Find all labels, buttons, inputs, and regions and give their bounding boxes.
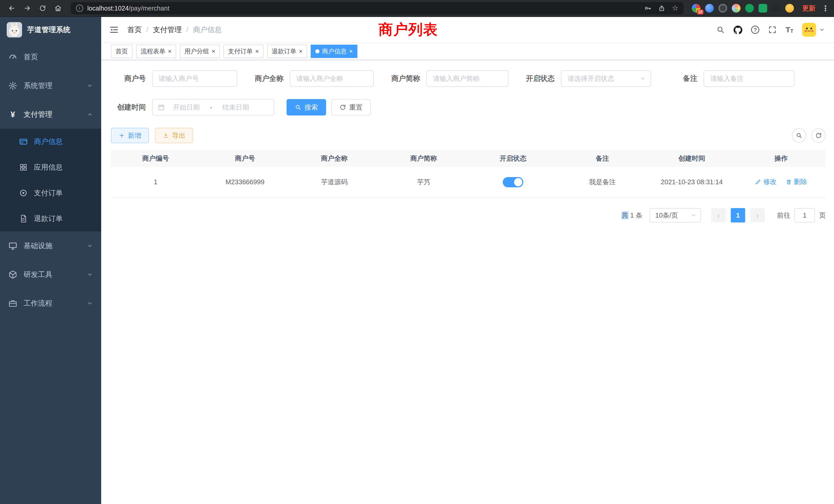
- close-icon[interactable]: ×: [212, 48, 215, 54]
- extension-icon[interactable]: [719, 4, 727, 13]
- create-time-range-picker[interactable]: 开始日期 - 结束日期: [152, 99, 274, 115]
- breadcrumb: 首页 / 支付管理 / 商户信息: [127, 25, 222, 35]
- table-right-tools: [792, 128, 826, 143]
- merchant-no-input[interactable]: [152, 70, 237, 87]
- chevron-down-icon: [87, 300, 93, 306]
- tab-merchant-info[interactable]: 商户信息×: [311, 45, 357, 58]
- refresh-table-icon[interactable]: [811, 128, 826, 143]
- search-button[interactable]: 搜索: [287, 99, 326, 115]
- breadcrumb-home[interactable]: 首页: [127, 25, 142, 35]
- pencil-icon: [755, 179, 761, 185]
- sidebar-item-payment[interactable]: ¥ 支付管理: [0, 100, 101, 129]
- app-logo[interactable]: 芋道管理系统: [0, 17, 101, 43]
- merchant-name-input[interactable]: [290, 70, 374, 87]
- filter-row-1: 商户号 商户全称 商户简称 开启状态 请选择开启状态: [111, 70, 826, 87]
- sidebar-item-label: 基础设施: [24, 241, 52, 251]
- address-bar[interactable]: i localhost:1024/pay/merchant ☆: [71, 2, 683, 14]
- toggle-search-icon[interactable]: [792, 128, 806, 143]
- col-header: 备注: [558, 150, 647, 167]
- user-menu[interactable]: [802, 23, 825, 37]
- close-icon[interactable]: ×: [255, 48, 259, 54]
- status-select[interactable]: 请选择开启状态: [561, 70, 651, 87]
- sidebar-item-pay-order[interactable]: 支付订单: [0, 180, 101, 206]
- site-info-icon[interactable]: i: [76, 5, 83, 12]
- filter-label: 备注: [662, 74, 697, 84]
- sidebar-item-app-info[interactable]: 应用信息: [0, 155, 101, 180]
- yen-icon: ¥: [8, 110, 18, 119]
- page-size-select[interactable]: 10条/页: [650, 208, 701, 223]
- help-icon[interactable]: ?: [751, 26, 759, 34]
- tab-process-form[interactable]: 流程表单×: [136, 45, 176, 58]
- sidebar-item-dev-tools[interactable]: 研发工具: [0, 260, 101, 289]
- col-header: 开启状态: [468, 150, 558, 167]
- chevron-down-icon: [87, 83, 93, 89]
- current-page-button[interactable]: 1: [731, 208, 745, 223]
- breadcrumb-payment[interactable]: 支付管理: [153, 25, 182, 35]
- remark-input[interactable]: [704, 70, 794, 87]
- close-icon[interactable]: ×: [349, 48, 353, 54]
- prev-page-button[interactable]: ‹: [711, 208, 726, 223]
- col-header: 商户简称: [379, 150, 468, 167]
- extension-icon[interactable]: [772, 4, 781, 13]
- github-icon[interactable]: [733, 25, 742, 34]
- dashboard-icon: [8, 52, 18, 62]
- share-icon[interactable]: [658, 5, 665, 12]
- key-icon[interactable]: [644, 4, 652, 12]
- browser-menu-icon[interactable]: ⋮: [822, 4, 829, 13]
- sidebar-item-system[interactable]: 系统管理: [0, 71, 101, 100]
- next-page-button[interactable]: ›: [750, 208, 765, 223]
- chevron-down-icon: [87, 272, 93, 278]
- browser-reload-icon[interactable]: [36, 2, 49, 15]
- close-icon[interactable]: ×: [299, 48, 303, 54]
- tab-pay-order[interactable]: 支付订单×: [223, 45, 263, 58]
- extension-icon[interactable]: [705, 4, 714, 13]
- extension-icon[interactable]: [759, 4, 767, 13]
- sidebar-item-home[interactable]: 首页: [0, 43, 101, 71]
- browser-forward-icon[interactable]: [21, 2, 34, 15]
- browser-back-icon[interactable]: [5, 2, 19, 15]
- browser-toolbar: i localhost:1024/pay/merchant ☆ 10 更新 ⋮: [0, 0, 834, 17]
- range-separator: -: [208, 104, 214, 111]
- tags-view-bar: 首页 流程表单× 用户分组× 支付订单× 退款订单× 商户信息×: [101, 43, 834, 60]
- tab-user-group[interactable]: 用户分组×: [180, 45, 220, 58]
- url-actions: ☆: [644, 4, 678, 12]
- status-toggle[interactable]: [503, 177, 523, 187]
- font-size-icon[interactable]: TT: [786, 26, 793, 33]
- goto-page-input[interactable]: [794, 208, 815, 223]
- sidebar-item-workflow[interactable]: 工作流程: [0, 289, 101, 318]
- cube-icon: [8, 270, 18, 279]
- url-host: localhost:1024: [87, 5, 129, 12]
- extension-icon[interactable]: [745, 4, 754, 13]
- table-toolbar: 新增 导出: [111, 128, 826, 143]
- extension-icon[interactable]: [785, 4, 794, 13]
- sidebar-menu: 首页 系统管理 ¥ 支付管理 商户信息: [0, 43, 101, 318]
- sidebar-item-merchant-info[interactable]: 商户信息: [0, 129, 101, 155]
- extension-icon[interactable]: 10: [692, 4, 701, 13]
- fullscreen-icon[interactable]: [768, 25, 777, 34]
- tab-refund-order[interactable]: 退款订单×: [267, 45, 307, 58]
- sidebar-item-label: 工作流程: [24, 298, 52, 308]
- delete-link[interactable]: 删除: [786, 177, 807, 186]
- edit-link[interactable]: 修改: [755, 177, 776, 186]
- search-icon[interactable]: [716, 25, 725, 34]
- avatar[interactable]: [802, 23, 816, 37]
- sidebar-item-label: 商户信息: [34, 137, 63, 146]
- browser-home-icon[interactable]: [51, 2, 65, 15]
- sidebar-item-refund-order[interactable]: 退款订单: [0, 206, 101, 231]
- sidebar-item-label: 退款订单: [34, 214, 63, 224]
- export-button[interactable]: 导出: [155, 128, 193, 143]
- cell-id: 1: [111, 167, 200, 198]
- extension-icon[interactable]: [732, 4, 741, 13]
- navbar-actions: ? TT: [716, 23, 834, 37]
- sidebar-fold-icon[interactable]: [109, 25, 119, 35]
- add-button[interactable]: 新增: [111, 128, 149, 143]
- tab-home[interactable]: 首页: [111, 45, 132, 58]
- sidebar-item-label: 支付订单: [34, 188, 63, 198]
- sidebar-item-infra[interactable]: 基础设施: [0, 231, 101, 260]
- chrome-update-button[interactable]: 更新: [802, 4, 815, 13]
- bookmark-star-icon[interactable]: ☆: [672, 5, 678, 12]
- merchant-short-name-input[interactable]: [426, 70, 508, 87]
- cell-full-name: 芋道源码: [290, 167, 379, 198]
- reset-button[interactable]: 重置: [331, 99, 371, 115]
- close-icon[interactable]: ×: [168, 48, 172, 54]
